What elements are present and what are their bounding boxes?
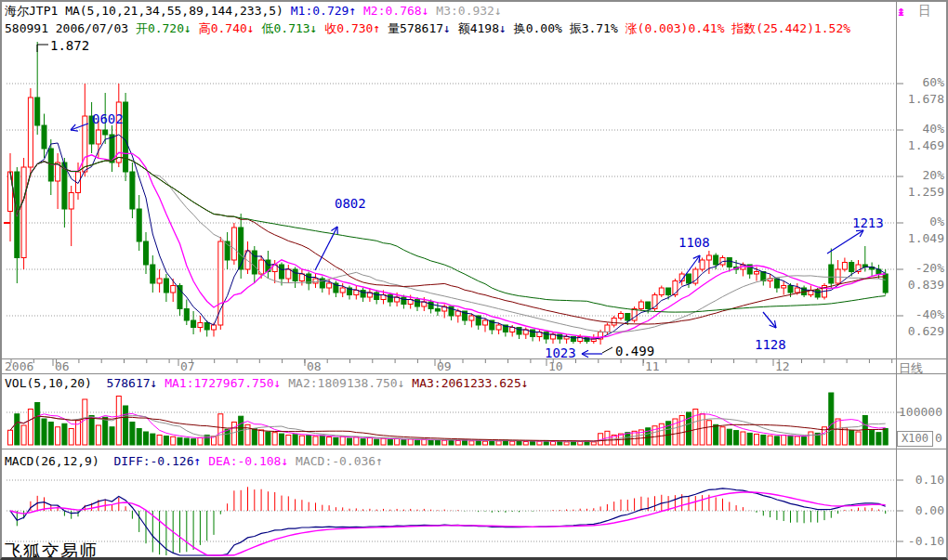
volume-bar — [747, 433, 752, 445]
candle-body — [204, 323, 209, 331]
volume-bar — [741, 432, 745, 445]
candle-body — [659, 288, 664, 295]
candle-body — [531, 330, 535, 337]
date-label: 2006 — [5, 360, 33, 373]
volume-bar — [883, 429, 888, 446]
volume-bar — [340, 436, 345, 445]
text-segment: 开0.720↓ — [136, 21, 191, 35]
volume-bar — [191, 439, 196, 445]
app-window: 1.8720602080210230.499110811281213 海尔JTP… — [0, 0, 948, 560]
candle-body — [415, 300, 420, 307]
volume-bar — [280, 434, 284, 445]
volume-bar — [476, 440, 481, 445]
volume-bar — [755, 434, 759, 445]
volume-unit-button[interactable]: X100 — [897, 431, 933, 447]
volume-bar — [178, 437, 182, 445]
candle-body — [69, 193, 73, 210]
volume-bar — [28, 410, 33, 446]
volume-bars[interactable] — [8, 393, 889, 445]
macd-histogram — [17, 487, 885, 555]
annotation-text: 0802 — [335, 196, 366, 211]
volume-bar — [56, 427, 60, 445]
candle-body — [455, 311, 460, 316]
volume-bar — [15, 414, 20, 445]
volume-bar — [490, 440, 494, 445]
candle-body — [42, 125, 46, 149]
updown-arrow-icon[interactable]: ↨ — [897, 3, 905, 20]
candle-body — [96, 130, 100, 144]
volume-bar — [171, 436, 176, 445]
volume-bar — [422, 439, 427, 445]
volume-bar — [829, 393, 834, 445]
candle-body — [21, 167, 26, 258]
volume-bar — [8, 430, 13, 445]
volume-bar — [727, 429, 731, 445]
volume-zero-label: 0 — [935, 431, 942, 445]
volume-bar — [218, 414, 223, 445]
volume-bar — [531, 441, 535, 445]
volume-bar — [870, 430, 875, 445]
candle-body — [612, 319, 616, 326]
candle-body — [137, 209, 141, 241]
volume-bar — [782, 436, 786, 446]
axis-label-price: 1.259 — [897, 186, 944, 199]
volume-bar — [395, 438, 400, 445]
volume-bar — [320, 436, 324, 445]
volume-bar — [334, 437, 338, 445]
text-segment: 换0.00% 振3.71% — [507, 21, 625, 35]
volume-bar — [354, 437, 359, 445]
candle-body — [103, 130, 108, 135]
candle-body — [849, 263, 854, 272]
volume-bar — [184, 438, 189, 445]
text-segment: ↑ — [375, 454, 383, 468]
candle-body — [313, 279, 318, 283]
annotation-text: 1108 — [678, 235, 710, 250]
annotation-arrowhead — [856, 230, 863, 231]
period-day-icon[interactable]: 日 — [918, 3, 931, 20]
volume-bar — [375, 439, 379, 445]
annotation-text: 1128 — [755, 337, 786, 352]
macd-grid-label: 0.00 — [897, 504, 944, 517]
ma-line-10 — [10, 152, 886, 337]
date-label: 09 — [437, 360, 452, 373]
volume-bar — [788, 436, 793, 445]
volume-bar — [836, 419, 840, 445]
text-segment: 578617 — [107, 376, 151, 390]
annotation-connector — [37, 45, 48, 52]
annotation-arrow — [827, 230, 863, 254]
text-segment: ↓ — [422, 4, 429, 18]
volume-bar — [259, 430, 264, 445]
volume-bar — [693, 410, 698, 446]
macd-gridlines — [7, 480, 903, 541]
volume-bar — [130, 423, 135, 446]
candles-series[interactable] — [8, 42, 889, 345]
volume-bar — [802, 437, 807, 445]
volume-bar — [862, 416, 867, 446]
text-segment: 涨(0.003)0.41% 指数(25.442)1.52% — [625, 21, 851, 35]
volume-bar — [21, 425, 26, 445]
axis-label-pct: 60% — [897, 76, 944, 89]
candle-body — [35, 98, 40, 125]
macd-grid-label: -0.10 — [897, 535, 944, 548]
candle-body — [673, 281, 678, 295]
volume-bar — [469, 441, 474, 445]
volume-bar — [164, 436, 168, 445]
chart-canvas[interactable]: 1.8720602080210230.499110811281213 — [2, 2, 946, 558]
axis-label-price: 1.678 — [897, 93, 944, 106]
volume-bar — [523, 442, 528, 446]
candle-body — [280, 265, 284, 279]
text-segment: ↓ — [499, 21, 507, 35]
volume-bar — [578, 442, 583, 446]
volume-bar — [842, 428, 847, 445]
volume-bar — [361, 439, 365, 445]
text-segment: VOL(5,10,20) — [5, 376, 107, 390]
axis-label-pct: 40% — [897, 123, 944, 136]
volume-bar — [293, 435, 297, 445]
volume-bar — [124, 406, 128, 445]
candle-body — [517, 328, 521, 335]
diff-line — [10, 488, 886, 555]
candle-body — [727, 258, 731, 267]
volume-bar — [252, 429, 257, 446]
volume-bar — [734, 431, 739, 445]
volume-bar — [809, 432, 813, 445]
